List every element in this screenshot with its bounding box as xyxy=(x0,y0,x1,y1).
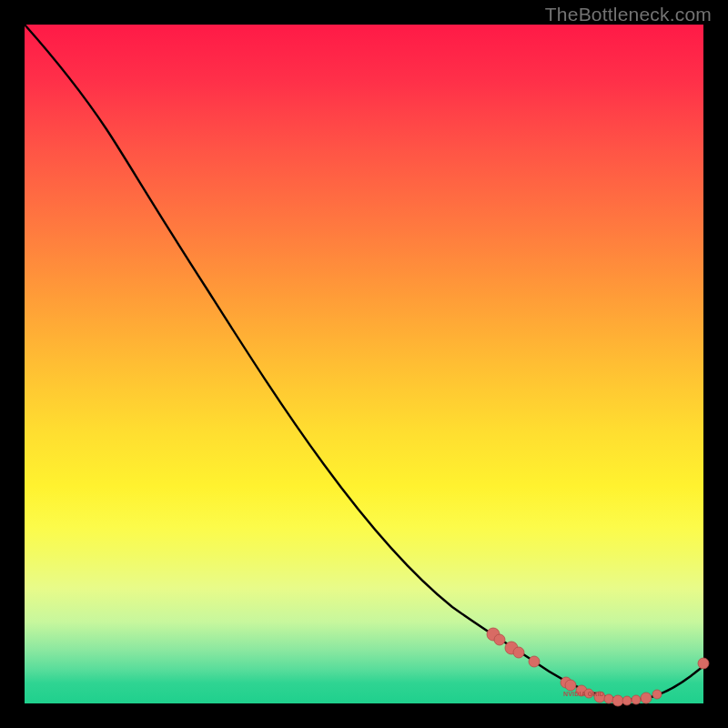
chart-svg xyxy=(25,25,703,703)
data-point xyxy=(529,656,540,667)
plot-area: NVIDIA GRID xyxy=(25,25,703,703)
series-label: NVIDIA GRID xyxy=(563,691,604,697)
data-point xyxy=(622,696,632,705)
data-point xyxy=(565,680,576,691)
data-point xyxy=(632,695,641,704)
data-point xyxy=(604,694,613,703)
data-point xyxy=(494,634,505,645)
data-point xyxy=(513,647,524,658)
data-point xyxy=(612,695,623,706)
chart-container: TheBottleneck.com xyxy=(0,0,728,728)
bottleneck-curve xyxy=(25,25,703,700)
data-point xyxy=(698,658,709,669)
data-point xyxy=(652,690,662,699)
data-point xyxy=(641,693,652,703)
watermark-text: TheBottleneck.com xyxy=(545,4,712,25)
